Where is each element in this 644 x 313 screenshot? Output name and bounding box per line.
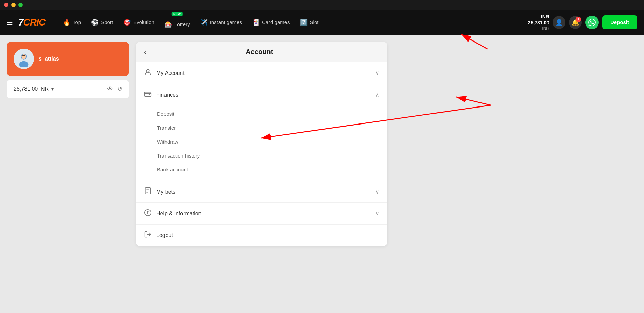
info-circle-icon [144,209,152,216]
my-bets-label: My bets [156,189,175,195]
my-account-header[interactable]: My Account ∨ [136,62,387,84]
my-bets-header[interactable]: My bets ∨ [136,181,387,202]
new-badge-lottery: NEW [172,12,183,16]
help-section: Help & Information ∨ [136,203,387,225]
my-bets-left: My bets [144,187,175,196]
help-chevron: ∨ [375,210,379,217]
avatar [14,49,34,69]
svg-rect-5 [145,92,151,97]
show-balance-button[interactable]: 👁 [107,85,113,93]
logout-icon [144,231,152,240]
lottery-icon: 🎰 [164,21,172,28]
sport-icon: ⚽ [91,19,99,26]
nav-item-instant-games[interactable]: ✈️ Instant games [196,17,246,28]
window-chrome [0,0,644,10]
top-icon: 🔥 [63,19,70,26]
nav-label-top: Top [73,19,81,25]
withdraw-item[interactable]: Withdraw [157,135,387,149]
finances-chevron: ∧ [375,92,379,98]
inr-label: INR [541,14,549,19]
hamburger-menu[interactable]: ☰ [7,18,13,27]
logout-door-icon [144,231,152,238]
logout-label: Logout [156,232,173,238]
finances-header[interactable]: Finances ∧ [136,84,387,105]
my-account-chevron: ∨ [375,70,379,76]
deposit-item[interactable]: Deposit [157,107,387,121]
whatsapp-icon [588,19,596,26]
document-icon [144,187,152,195]
wallet-icon [144,90,152,98]
nav-label-card-games: Card games [262,19,290,25]
account-title: Account [152,48,367,56]
svg-point-3 [21,54,26,59]
help-left: Help & Information [144,209,202,218]
finances-label: Finances [156,92,178,98]
maximize-button[interactable] [18,3,23,7]
my-account-label: My Account [156,70,185,76]
nav-right: INR 25,781.00 INR 👤 🔔 1 Deposit [528,14,637,31]
my-account-icon [144,68,152,78]
my-bets-icon [144,187,152,196]
nav-label-evolution: Evolution [133,19,154,25]
logo-text: 7CRIC [18,17,45,28]
user-profile-button[interactable]: 👤 [553,16,565,29]
account-header: ‹ Account [136,42,387,62]
close-button[interactable] [4,3,8,7]
nav-label-sport: Sport [101,19,113,25]
bank-account-item[interactable]: Bank account [157,163,387,177]
logout-section: Logout [136,225,387,246]
my-account-left: My Account [144,68,185,78]
deposit-button[interactable]: Deposit [602,15,637,29]
slot-icon: 7️⃣ [300,19,308,26]
minimize-button[interactable] [11,3,16,7]
avatar-image [15,50,32,67]
nav-item-sport[interactable]: ⚽ Sport [87,17,117,28]
logo[interactable]: 7CRIC [18,17,45,28]
transaction-history-item[interactable]: Transaction history [157,149,387,163]
nav-item-card-games[interactable]: 🃏 Card games [248,17,294,28]
nav-items: 🔥 Top ⚽ Sport 🎯 Evolution NEW 🎰 Lottery … [59,15,528,30]
nav-label-lottery: Lottery [174,21,190,27]
username-label: s_attias [39,56,59,62]
transfer-item[interactable]: Transfer [157,121,387,135]
logout-header[interactable]: Logout [136,225,387,246]
balance-dropdown-chevron[interactable]: ▾ [51,86,54,92]
nav-label-instant-games: Instant games [210,19,242,25]
svg-point-4 [146,70,149,72]
help-label: Help & Information [156,211,202,217]
balance-info: 25,781.00 INR ▾ [14,86,54,92]
evolution-icon: 🎯 [123,19,131,26]
balance-amount-value: 25,781.00 [528,20,549,26]
nav-item-lottery[interactable]: NEW 🎰 Lottery [160,15,194,30]
help-icon [144,209,152,218]
help-header[interactable]: Help & Information ∨ [136,203,387,224]
balance-value: 25,781.00 INR [14,86,49,92]
balance-currency-bottom: INR [528,26,549,31]
finances-left: Finances [144,90,178,99]
navbar: ☰ 7CRIC 🔥 Top ⚽ Sport 🎯 Evolution NEW 🎰 [0,10,644,35]
back-button[interactable]: ‹ [144,48,146,56]
nav-item-slot[interactable]: 7️⃣ Slot [296,17,323,28]
balance-display: INR 25,781.00 INR [528,14,549,31]
balance-currency-label: INR [528,14,549,20]
finances-icon [144,90,152,99]
app-container: ☰ 7CRIC 🔥 Top ⚽ Sport 🎯 Evolution NEW 🎰 [0,10,644,313]
whatsapp-button[interactable] [585,16,599,29]
my-bets-chevron: ∨ [375,188,379,195]
my-account-section: My Account ∨ [136,62,387,84]
user-card: s_attias [7,42,129,76]
left-panel: s_attias 25,781.00 INR ▾ 👁 ↺ [7,42,129,306]
notification-badge: 1 [576,17,581,22]
balance-number: 25,781.00 [528,20,549,26]
my-bets-section: My bets ∨ [136,181,387,203]
notifications-button[interactable]: 🔔 1 [569,16,582,29]
logout-left: Logout [144,231,173,240]
account-panel: ‹ Account My Account ∨ [136,42,387,246]
refresh-balance-button[interactable]: ↺ [117,85,122,93]
card-games-icon: 🃏 [252,19,260,26]
finances-section: Finances ∧ Deposit Transfer Withdraw Tra… [136,84,387,181]
nav-item-top[interactable]: 🔥 Top [59,17,85,28]
nav-item-evolution[interactable]: 🎯 Evolution [119,17,158,28]
main-content: s_attias 25,781.00 INR ▾ 👁 ↺ ‹ Account [0,35,644,313]
instant-games-icon: ✈️ [200,19,208,26]
